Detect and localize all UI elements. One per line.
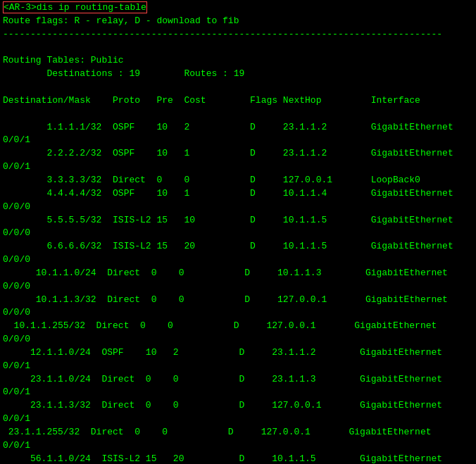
route-row-5: 5.5.5.5/32 ISIS-L2 15 10 D 10.1.1.5 Giga… — [3, 214, 473, 227]
table-header: Destination/Mask Proto Pre Cost Flags Ne… — [3, 94, 473, 108]
route-row-9-cont: 0/0/0 — [3, 333, 473, 346]
separator-line: ----------------------------------------… — [3, 28, 473, 42]
route-row-6-cont: 0/0/0 — [3, 253, 473, 267]
cmd-line: <AR-3>dis ip routing-table — [3, 1, 473, 15]
route-row-1: 1.1.1.1/32 OSPF 10 2 D 23.1.1.2 GigabitE… — [3, 121, 473, 134]
destinations-line: Destinations : 19 Routes : 19 — [3, 68, 473, 81]
route-row-9: 10.1.1.255/32 Direct 0 0 D 127.0.0.1 Gig… — [3, 320, 473, 333]
route-row-4-cont: 0/0/0 — [3, 201, 473, 214]
route-row-14: 56.1.1.0/24 ISIS-L2 15 20 D 10.1.1.5 Gig… — [3, 453, 473, 464]
route-row-11: 23.1.1.0/24 Direct 0 0 D 23.1.1.3 Gigabi… — [3, 373, 473, 387]
route-row-7: 10.1.1.0/24 Direct 0 0 D 10.1.1.3 Gigabi… — [3, 267, 473, 280]
route-row-3: 3.3.3.3/32 Direct 0 0 D 127.0.0.1 LoopBa… — [3, 174, 473, 187]
route-row-1-cont: 0/0/1 — [3, 134, 473, 147]
route-row-7-cont: 0/0/0 — [3, 280, 473, 294]
blank-line-1 — [3, 42, 473, 55]
route-row-10: 12.1.1.0/24 OSPF 10 2 D 23.1.1.2 Gigabit… — [3, 346, 473, 360]
route-row-13-cont: 0/0/1 — [3, 439, 473, 453]
route-row-4: 4.4.4.4/32 OSPF 10 1 D 10.1.1.4 GigabitE… — [3, 187, 473, 201]
flags-line: Route flags: R - relay, D - download to … — [3, 15, 473, 28]
route-row-11-cont: 0/0/1 — [3, 386, 473, 399]
command-text: <AR-3>dis ip routing-table — [3, 1, 147, 13]
route-row-5-cont: 0/0/0 — [3, 227, 473, 240]
route-row-8: 10.1.1.3/32 Direct 0 0 D 127.0.0.1 Gigab… — [3, 294, 473, 307]
route-row-13: 23.1.1.255/32 Direct 0 0 D 127.0.0.1 Gig… — [3, 426, 473, 439]
terminal-window: <AR-3>dis ip routing-table Route flags: … — [0, 0, 476, 464]
route-row-12-cont: 0/0/1 — [3, 413, 473, 426]
blank-line-3 — [3, 108, 473, 121]
route-row-8-cont: 0/0/0 — [3, 306, 473, 320]
route-row-2: 2.2.2.2/32 OSPF 10 1 D 23.1.1.2 GigabitE… — [3, 147, 473, 161]
route-row-6: 6.6.6.6/32 ISIS-L2 15 20 D 10.1.1.5 Giga… — [3, 240, 473, 253]
routing-table-label: Routing Tables: Public — [3, 54, 473, 68]
route-row-10-cont: 0/0/1 — [3, 360, 473, 373]
blank-line-2 — [3, 81, 473, 94]
route-row-12: 23.1.1.3/32 Direct 0 0 D 127.0.0.1 Gigab… — [3, 399, 473, 413]
route-row-2-cont: 0/0/1 — [3, 161, 473, 174]
